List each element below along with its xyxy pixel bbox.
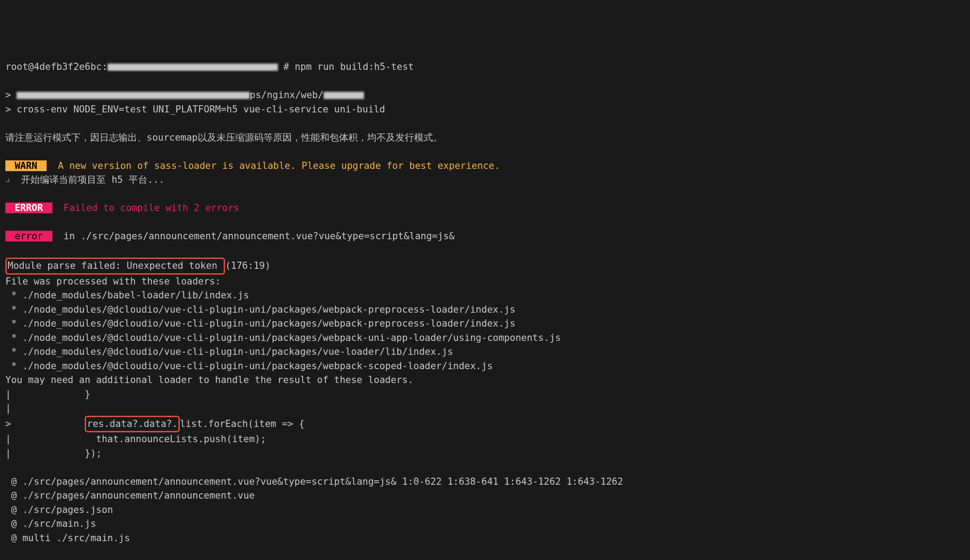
stack-at-line: @ multi ./src/main.js [5, 533, 130, 543]
error-badge-lower: error [5, 231, 52, 241]
stack-at-line: @ ./src/pages.json [5, 504, 113, 515]
command-text: npm run build:h5-test [295, 61, 414, 72]
cross-env-command: > cross-env NODE_ENV=test UNI_PLATFORM=h… [5, 104, 385, 115]
spinner-icon: ⠴ [5, 177, 10, 184]
code-context-line: | } [5, 389, 91, 400]
stack-at-line: @ ./src/pages/announcement/announcement.… [5, 490, 255, 501]
error-badge: ERROR [5, 202, 52, 213]
stack-at-line: @ ./src/pages/announcement/announcement.… [5, 476, 623, 487]
loader-line: * ./node_modules/@dcloudio/vue-cli-plugi… [5, 304, 515, 315]
code-context-line: | that.announceLists.push(item); [5, 434, 266, 444]
code-error-suffix: list.forEach(item => { [180, 418, 304, 429]
file-processed-line: File was processed with these loaders: [5, 276, 221, 287]
error-message: Failed to compile with 2 errors [52, 202, 239, 213]
error-location: (176:19) [225, 260, 270, 271]
loader-line: * ./node_modules/@dcloudio/vue-cli-plugi… [5, 346, 453, 357]
compile-message: 开始编译当前项目至 h5 平台... [10, 174, 165, 185]
code-error-prefix: > [5, 418, 85, 429]
highlight-module-parse-failed: Module parse failed: Unexpected token [5, 258, 225, 275]
error-file-path: in ./src/pages/announcement/announcement… [52, 231, 455, 241]
stack-at-line: @ ./src/main.js [5, 518, 96, 529]
need-loader-line: You may need an additional loader to han… [5, 375, 413, 385]
highlight-optional-chaining: res.data?.data?. [85, 416, 180, 433]
loader-line: * ./node_modules/@dcloudio/vue-cli-plugi… [5, 332, 561, 343]
notice-chinese: 请注意运行模式下，因日志输出、sourcemap以及未压缩源码等原因，性能和包体… [5, 132, 442, 143]
code-context-line: | [5, 403, 11, 414]
script-path-mid: ps/nginx/web/ [250, 90, 323, 100]
code-context-line: | }); [5, 448, 102, 459]
prompt-suffix: # [278, 61, 295, 72]
prompt-user: root@4defb3f2e6bc: [5, 61, 108, 72]
warn-message: A new version of sass-loader is availabl… [47, 160, 500, 171]
redacted-script-info2 [324, 92, 364, 99]
script-output-prefix: > [5, 90, 17, 100]
redacted-path [108, 64, 278, 71]
terminal-output[interactable]: root@4defb3f2e6bc: # npm run build:h5-te… [5, 60, 965, 545]
redacted-script-info [17, 92, 250, 99]
loader-line: * ./node_modules/@dcloudio/vue-cli-plugi… [5, 361, 493, 371]
loader-line: * ./node_modules/babel-loader/lib/index.… [5, 290, 249, 301]
warn-badge: WARN [5, 160, 47, 171]
loader-line: * ./node_modules/@dcloudio/vue-cli-plugi… [5, 318, 515, 329]
